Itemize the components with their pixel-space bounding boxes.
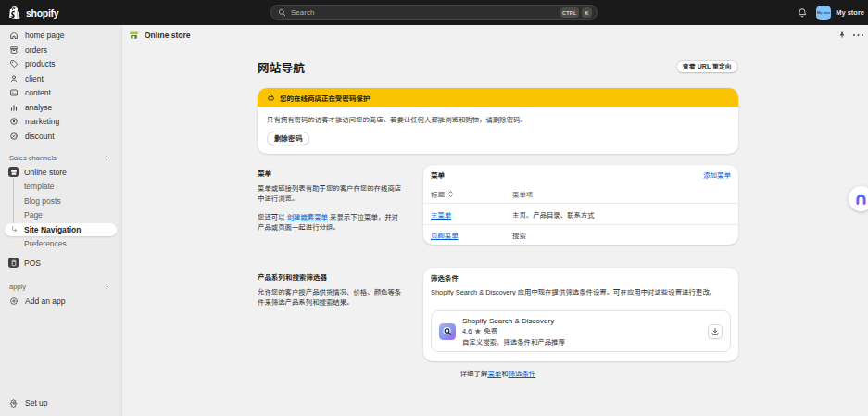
- sidebar-item-home[interactable]: home page: [0, 29, 121, 44]
- sidebar-item-label: Page: [24, 210, 43, 220]
- sidebar-item-add-app[interactable]: Add an app: [0, 294, 121, 309]
- search-input[interactable]: [291, 8, 560, 17]
- menus-section-desc1: 菜单或链接列表有助于您的客户在您的在线商店中进行浏览。: [258, 183, 403, 204]
- sidebar-item-marketing[interactable]: marketing: [0, 115, 121, 130]
- assistant-floating-button[interactable]: [849, 186, 868, 211]
- sidebar-item-label: products: [25, 59, 56, 69]
- content-icon: [9, 88, 19, 97]
- banner-body-text: 只有拥有密码的访客才能访问您的商店。若要让任何人都能浏览和购物，请删除密码。: [267, 115, 729, 125]
- sidebar-item-analyse[interactable]: analyse: [0, 100, 121, 115]
- menu-row-items: 主页、产品目录、联系方式: [512, 209, 731, 220]
- sidebar-item-discount[interactable]: discount: [0, 129, 121, 144]
- password-protection-banner: 您的在线商店正在受密码保护 只有拥有密码的访客才能访问您的商店。若要让任何人都能…: [258, 88, 738, 154]
- topbar: shopify CTRL K My stor My store: [0, 0, 868, 25]
- store-menu[interactable]: My stor My store: [816, 6, 864, 20]
- apps-section-header[interactable]: apply: [0, 280, 121, 295]
- menus-section-heading: 菜单: [258, 169, 411, 179]
- sidebar-item-label: Online store: [24, 168, 67, 177]
- search-discovery-app-icon: [439, 323, 456, 340]
- shopify-wordmark: shopify: [26, 7, 58, 19]
- sort-icon[interactable]: [447, 190, 454, 198]
- page-title: 网站导航: [258, 58, 305, 76]
- sidebar-item-products[interactable]: products: [0, 57, 121, 72]
- sidebar-item-label: discount: [25, 132, 55, 141]
- analyse-icon: [9, 103, 19, 112]
- notifications-bell-icon[interactable]: [797, 7, 808, 19]
- menus-card: 菜单 添加菜单 标题 菜单项 主菜单 主页、产品目录、联系方式 页脚: [423, 165, 738, 245]
- menu-row-footer: 页脚菜单 搜索: [423, 224, 738, 245]
- sidebar-item-label: template: [24, 182, 55, 191]
- banner-title: 您的在线商店正在受密码保护: [280, 93, 371, 103]
- menus-card-title: 菜单: [431, 170, 445, 180]
- sidebar-item-setup[interactable]: Set up: [0, 397, 121, 411]
- footer-prefix: 详细了解: [460, 370, 488, 378]
- chevron-right-icon: [104, 284, 110, 290]
- sidebar-item-label: analyse: [25, 103, 52, 112]
- learn-filters-link[interactable]: 筛选条件: [509, 370, 536, 378]
- remove-password-button[interactable]: 删除密码: [267, 132, 309, 145]
- search-bar[interactable]: CTRL K: [270, 5, 598, 20]
- sidebar-item-preferences[interactable]: Preferences: [0, 237, 121, 252]
- banner-header: 您的在线商店正在受密码保护: [258, 88, 738, 107]
- shopify-logo[interactable]: shopify: [0, 6, 58, 19]
- sidebar-item-site-navigation-selected[interactable]: Site Navigation: [0, 222, 121, 237]
- chevron-right-icon: [104, 155, 110, 161]
- sidebar-item-client[interactable]: client: [0, 71, 121, 86]
- sidebar-item-pos[interactable]: POS: [0, 256, 121, 271]
- sidebar: home page orders products client content…: [0, 25, 122, 416]
- client-icon: [9, 74, 19, 83]
- sidebar-item-orders[interactable]: orders: [0, 43, 121, 57]
- add-app-plus-icon: [9, 296, 19, 306]
- online-store-green-icon: [129, 30, 139, 40]
- sales-channels-label: Sales channels: [9, 154, 57, 162]
- column-title-label[interactable]: 标题: [431, 189, 445, 199]
- main-menu-link[interactable]: 主菜单: [431, 209, 451, 220]
- app-recommendation-box[interactable]: Shopify Search & Discovery 4.6 ★ 免费 自定义搜…: [431, 310, 731, 352]
- sidebar-item-template[interactable]: template: [0, 180, 121, 195]
- footer-menu-link[interactable]: 页脚菜单: [431, 230, 459, 240]
- store-name: My store: [836, 8, 864, 17]
- more-options-icon[interactable]: [852, 33, 864, 37]
- add-menu-link[interactable]: 添加菜单: [703, 170, 731, 180]
- install-app-button[interactable]: [708, 324, 723, 339]
- pin-icon[interactable]: [837, 30, 847, 40]
- orders-icon: [9, 45, 19, 55]
- content-area: Online store 网站导航 查看 URL 重定向 您的在线商店正在受密码…: [122, 25, 868, 416]
- menus-table-header: 标题 菜单项: [423, 184, 738, 204]
- sidebar-item-label: marketing: [25, 117, 59, 126]
- products-icon: [9, 59, 19, 69]
- view-url-redirects-button[interactable]: 查看 URL 重定向: [676, 60, 738, 73]
- assistant-arch-icon: [854, 192, 868, 206]
- create-nested-menu-link[interactable]: 创建嵌套菜单: [287, 213, 328, 221]
- shortcut-k-key: K: [582, 7, 592, 18]
- learn-menus-link[interactable]: 菜单: [487, 370, 501, 378]
- sales-channels-header[interactable]: Sales channels: [0, 151, 121, 166]
- menus-section-desc2: 您还可以 创建嵌套菜单 来显示下拉菜单，并对产品或页面一起进行分组。: [258, 212, 403, 233]
- filters-section-desc: 允许您的客户按产品供货情况、价格、颜色等条件来筛选产品系列和搜索结果。: [258, 287, 403, 308]
- discount-icon: [9, 132, 19, 141]
- filters-section-heading: 产品系列和搜索筛选器: [258, 272, 411, 283]
- sidebar-item-page[interactable]: Page: [0, 208, 121, 223]
- app-description: 自定义搜索、筛选条件和产品推荐: [462, 337, 708, 347]
- online-store-channel-icon: [8, 167, 19, 177]
- sidebar-item-label: Add an app: [25, 296, 65, 306]
- footer-conjunction: 和: [501, 370, 508, 378]
- breadcrumb[interactable]: Online store: [145, 31, 191, 40]
- sidebar-item-content[interactable]: content: [0, 86, 121, 101]
- sidebar-item-label: POS: [24, 258, 41, 268]
- sidebar-item-label: home page: [25, 31, 65, 40]
- nested-arrow-icon: [10, 225, 19, 233]
- gear-icon: [9, 398, 19, 408]
- learn-more-footer: 详细了解菜单和筛选条件: [258, 369, 738, 379]
- filters-card: 筛选条件 Shopify Search & Discovery 应用中现在提供筛…: [423, 268, 738, 362]
- sidebar-item-label: Blog posts: [24, 196, 61, 206]
- shortcut-ctrl-key: CTRL: [560, 7, 579, 18]
- menu-row-main: 主菜单 主页、产品目录、联系方式: [423, 204, 738, 224]
- sidebar-item-blog-posts[interactable]: Blog posts: [0, 194, 121, 208]
- desc2-prefix: 您还可以: [258, 213, 287, 221]
- sidebar-item-online-store[interactable]: Online store: [0, 165, 121, 180]
- apps-section-label: apply: [9, 283, 26, 291]
- download-icon: [711, 327, 720, 336]
- shopify-bag-icon: [9, 6, 21, 19]
- filters-card-title: 筛选条件: [431, 272, 459, 283]
